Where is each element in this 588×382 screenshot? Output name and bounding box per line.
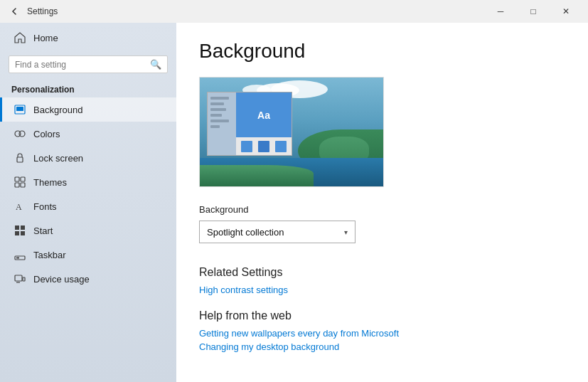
sidebar: Home 🔍 Personalization Background bbox=[0, 23, 176, 382]
related-settings-title: Related Settings bbox=[199, 266, 565, 279]
svg-rect-6 bbox=[21, 177, 25, 181]
lock-icon bbox=[14, 152, 26, 164]
preview-aa-text: Aa bbox=[257, 110, 270, 121]
search-input[interactable] bbox=[15, 60, 146, 70]
background-preview: Aa bbox=[199, 77, 384, 187]
search-icon: 🔍 bbox=[150, 59, 161, 70]
dropdown-value: Spotlight collection bbox=[207, 227, 284, 238]
themes-icon bbox=[14, 176, 26, 189]
svg-rect-5 bbox=[15, 177, 19, 181]
sidebar-item-background-label: Background bbox=[33, 105, 82, 115]
minimize-button[interactable]: ─ bbox=[484, 0, 517, 23]
sidebar-item-taskbar[interactable]: Taskbar bbox=[0, 243, 176, 267]
sidebar-item-start[interactable]: Start bbox=[0, 218, 176, 243]
help-title: Help from the web bbox=[199, 309, 565, 322]
sidebar-item-taskbar-label: Taskbar bbox=[33, 250, 66, 260]
svg-rect-15 bbox=[16, 258, 19, 259]
background-setting-label: Background bbox=[199, 204, 565, 215]
device-icon bbox=[14, 272, 26, 285]
sidebar-section-label: Personalization bbox=[0, 79, 176, 97]
desktop-bg-link[interactable]: Changing my desktop background bbox=[199, 341, 565, 352]
svg-rect-11 bbox=[21, 226, 25, 230]
svg-rect-8 bbox=[21, 183, 25, 187]
sidebar-item-home[interactable]: Home bbox=[0, 26, 176, 50]
maximize-button[interactable]: □ bbox=[517, 0, 550, 23]
window-controls: ─ □ ✕ bbox=[484, 0, 582, 23]
sidebar-item-fonts[interactable]: A Fonts bbox=[0, 194, 176, 218]
svg-rect-16 bbox=[15, 275, 22, 281]
background-icon bbox=[14, 103, 26, 116]
svg-rect-13 bbox=[21, 231, 25, 235]
preview-color-swatch-3 bbox=[275, 141, 287, 152]
preview-color-swatch-1 bbox=[241, 141, 252, 152]
preview-color-swatch-2 bbox=[258, 141, 269, 152]
search-box[interactable]: 🔍 bbox=[9, 55, 168, 73]
app-title: Settings bbox=[27, 6, 484, 16]
start-icon bbox=[14, 224, 26, 237]
sidebar-item-colors-label: Colors bbox=[33, 129, 60, 139]
home-icon bbox=[14, 31, 26, 44]
app-body: Home 🔍 Personalization Background bbox=[0, 23, 588, 382]
wallpapers-link[interactable]: Getting new wallpapers every day from Mi… bbox=[199, 328, 565, 339]
svg-rect-17 bbox=[23, 277, 25, 281]
fonts-icon: A bbox=[14, 200, 26, 213]
svg-rect-7 bbox=[15, 183, 19, 187]
close-button[interactable]: ✕ bbox=[550, 0, 582, 23]
main-content: Background bbox=[176, 23, 588, 382]
svg-rect-12 bbox=[15, 231, 19, 235]
page-title: Background bbox=[199, 40, 565, 63]
sidebar-item-device-usage[interactable]: Device usage bbox=[0, 267, 176, 291]
svg-rect-1 bbox=[16, 107, 23, 111]
title-bar: Settings ─ □ ✕ bbox=[0, 0, 588, 23]
taskbar-icon bbox=[14, 248, 26, 261]
sidebar-item-background[interactable]: Background bbox=[0, 97, 176, 122]
sidebar-item-themes[interactable]: Themes bbox=[0, 170, 176, 194]
background-dropdown[interactable]: Spotlight collection ▾ bbox=[199, 221, 356, 243]
sidebar-item-colors[interactable]: Colors bbox=[0, 122, 176, 146]
sidebar-item-fonts-label: Fonts bbox=[33, 201, 57, 212]
svg-point-3 bbox=[19, 131, 25, 137]
high-contrast-link[interactable]: High contrast settings bbox=[199, 285, 565, 295]
sidebar-item-lock-screen-label: Lock screen bbox=[33, 153, 83, 164]
sidebar-item-start-label: Start bbox=[33, 226, 53, 236]
sidebar-item-device-usage-label: Device usage bbox=[33, 274, 90, 285]
svg-rect-4 bbox=[17, 157, 23, 162]
colors-icon bbox=[14, 127, 26, 140]
back-button[interactable] bbox=[6, 3, 23, 20]
dropdown-arrow-icon: ▾ bbox=[344, 228, 348, 236]
svg-text:A: A bbox=[16, 202, 22, 212]
svg-rect-10 bbox=[15, 226, 19, 230]
preview-thumbnail: Aa bbox=[207, 92, 292, 156]
sidebar-item-home-label: Home bbox=[33, 33, 58, 43]
sidebar-item-lock-screen[interactable]: Lock screen bbox=[0, 146, 176, 170]
sidebar-item-themes-label: Themes bbox=[33, 177, 67, 188]
